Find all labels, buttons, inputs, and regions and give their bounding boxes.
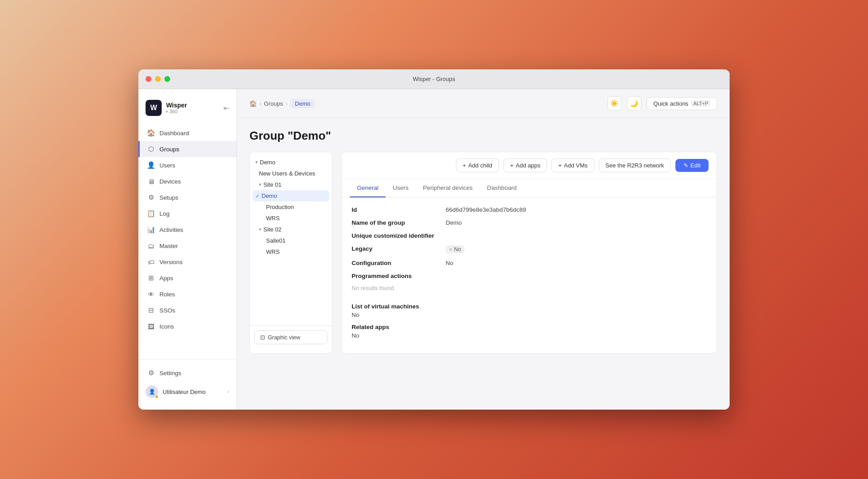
tabs: General Users Peripheral devices Dashboa…	[342, 179, 717, 197]
badge-x-icon[interactable]: ×	[449, 247, 452, 252]
graphic-view-button[interactable]: ⊡ Graphic view	[254, 330, 327, 344]
user-profile[interactable]: 👤 Utilisateur Demo ›	[138, 381, 236, 402]
tree-label: WRS	[266, 215, 279, 222]
brand-icon: W	[146, 100, 162, 116]
sidebar-item-apps[interactable]: ⊞ Apps	[138, 270, 236, 286]
sidebar-footer: ⚙ Settings 👤 Utilisateur Demo ›	[138, 359, 236, 402]
legacy-badge: × No	[446, 245, 464, 253]
vms-value: No	[352, 312, 707, 318]
field-id: Id 66d6d799e8e3e3abd7b6dc89	[352, 206, 707, 213]
sidebar-item-label: Dashboard	[159, 130, 189, 137]
tree-item-demo-root[interactable]: ▾ Demo	[250, 157, 332, 168]
tab-peripheral[interactable]: Peripheral devices	[416, 179, 480, 197]
related-label: Related apps	[352, 324, 707, 330]
sidebar: W Wisper • 360 ⇤ 🏠 Dashboard ⬡ Groups 👤	[138, 89, 237, 410]
settings-icon: ⚙	[147, 369, 155, 377]
plus-icon: +	[510, 162, 514, 169]
close-button[interactable]	[146, 76, 151, 82]
edit-button[interactable]: ✎ Edit	[675, 159, 709, 172]
home-icon[interactable]: 🏠	[249, 100, 257, 107]
detail-panel: + Add child + Add apps + Add VMs	[341, 152, 717, 354]
tree-content: ▾ Demo New Users & Devices ▾ Site 01	[250, 157, 332, 325]
topbar-actions: ☀️ 🌙 Quick actions ALT+P	[607, 96, 717, 111]
titlebar: Wisper - Groups	[138, 69, 730, 89]
vms-section: List of virtual machines No	[352, 303, 707, 318]
sidebar-item-dashboard[interactable]: 🏠 Dashboard	[138, 125, 236, 141]
tree-item-wrs-site02[interactable]: WRS	[250, 246, 332, 257]
log-icon: 📋	[147, 210, 155, 218]
sidebar-item-label: Icons	[159, 323, 174, 330]
brand-info: Wisper • 360	[166, 102, 187, 114]
chevron-down-icon: ▾	[259, 227, 262, 232]
tree-item-production[interactable]: Production	[250, 201, 332, 213]
sidebar-item-versions[interactable]: 🏷 Versions	[138, 254, 236, 270]
shortcut-badge: ALT+P	[691, 100, 710, 107]
add-child-label: Add child	[468, 162, 492, 169]
tree-item-demo-selected[interactable]: ✓ Demo	[253, 190, 329, 201]
sidebar-item-log[interactable]: 📋 Log	[138, 205, 236, 222]
user-name: Utilisateur Demo	[163, 389, 223, 395]
tab-general-label: General	[357, 184, 378, 191]
field-name-label: Name of the group	[352, 219, 446, 226]
minimize-button[interactable]	[155, 76, 161, 82]
quick-actions-label: Quick actions	[653, 100, 688, 107]
users-icon: 👤	[147, 161, 155, 169]
sidebar-item-label: Setups	[159, 194, 178, 201]
quick-actions-button[interactable]: Quick actions ALT+P	[647, 97, 717, 110]
page-title: Group "Demo"	[249, 129, 717, 143]
light-mode-button[interactable]: ☀️	[607, 96, 622, 111]
sidebar-item-activities[interactable]: 📊 Activities	[138, 222, 236, 238]
icons-icon: 🖼	[147, 322, 155, 330]
ssos-icon: ⊟	[147, 306, 155, 314]
tree-footer: ⊡ Graphic view	[250, 325, 332, 349]
breadcrumb-current: Demo	[290, 99, 315, 108]
tree-label: Demo	[262, 192, 277, 199]
dashboard-icon: 🏠	[147, 129, 155, 137]
see-r2r3-button[interactable]: See the R2R3 network	[599, 158, 671, 172]
edit-icon: ✎	[683, 162, 688, 169]
sidebar-item-label: Roles	[159, 291, 175, 298]
sidebar-item-label: Groups	[159, 146, 179, 153]
tab-dashboard[interactable]: Dashboard	[480, 179, 524, 197]
sidebar-item-roles[interactable]: 👁 Roles	[138, 286, 236, 302]
sidebar-item-setups[interactable]: ⚙ Setups	[138, 189, 236, 205]
chevron-down-icon: ▾	[259, 182, 262, 188]
tab-users-label: Users	[393, 184, 408, 191]
brand-count: • 360	[166, 109, 187, 114]
breadcrumb-sep-1: ›	[259, 100, 261, 107]
dark-mode-button[interactable]: 🌙	[627, 96, 641, 111]
tree-label: New Users & Devices	[259, 170, 315, 177]
tree-item-site02[interactable]: ▾ Site 02	[250, 224, 332, 235]
maximize-button[interactable]	[164, 76, 170, 82]
breadcrumb-groups[interactable]: Groups	[264, 100, 283, 107]
add-vms-button[interactable]: + Add VMs	[551, 158, 594, 172]
tree-item-wrs-site01[interactable]: WRS	[250, 213, 332, 224]
sidebar-item-label: Users	[159, 162, 175, 169]
no-results-text: No results found	[352, 282, 707, 299]
master-icon: 🗂	[147, 242, 155, 250]
sidebar-item-users[interactable]: 👤 Users	[138, 157, 236, 173]
tree-label: Salle01	[266, 237, 285, 244]
tab-users[interactable]: Users	[386, 179, 416, 197]
add-apps-button[interactable]: + Add apps	[503, 158, 547, 172]
check-icon: ✓	[255, 193, 260, 199]
user-status-dot	[155, 395, 159, 398]
field-config: Configuration No	[352, 260, 707, 266]
sidebar-item-icons[interactable]: 🖼 Icons	[138, 318, 236, 334]
tab-general[interactable]: General	[350, 179, 386, 197]
chevron-down-icon: ▾	[255, 159, 258, 165]
sidebar-item-ssos[interactable]: ⊟ SSOs	[138, 302, 236, 318]
add-vms-label: Add VMs	[564, 162, 588, 169]
sidebar-collapse-icon[interactable]: ⇤	[223, 104, 229, 112]
tree-item-new-users-devices[interactable]: New Users & Devices	[250, 168, 332, 179]
sidebar-item-label: Activities	[159, 227, 183, 233]
tree-item-site01[interactable]: ▾ Site 01	[250, 179, 332, 190]
tree-item-salle01[interactable]: Salle01	[250, 235, 332, 246]
sidebar-item-settings[interactable]: ⚙ Settings	[138, 365, 236, 381]
related-apps-section: Related apps No	[352, 324, 707, 339]
sidebar-item-devices[interactable]: 🖥 Devices	[138, 173, 236, 189]
add-child-button[interactable]: + Add child	[456, 158, 499, 172]
field-legacy: Legacy × No	[352, 245, 707, 253]
sidebar-item-master[interactable]: 🗂 Master	[138, 238, 236, 254]
sidebar-item-groups[interactable]: ⬡ Groups	[138, 141, 236, 157]
